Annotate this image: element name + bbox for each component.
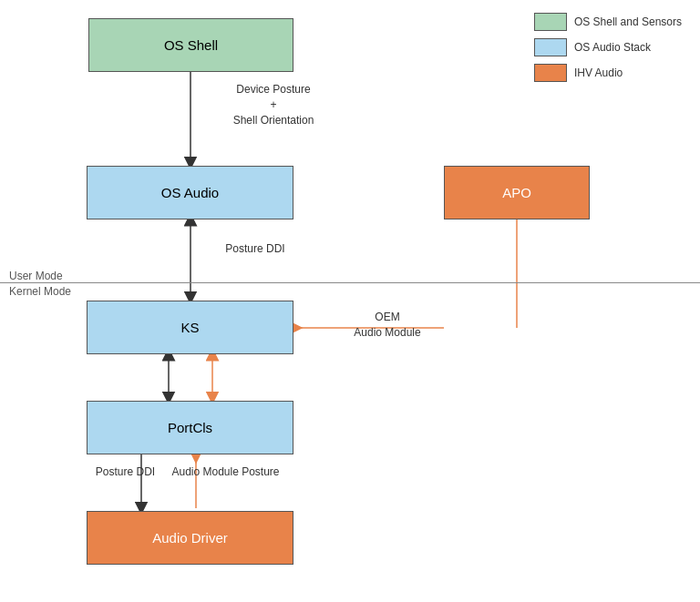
legend-label-ihv-audio: IHV Audio	[574, 66, 623, 79]
mode-divider-line	[0, 282, 700, 283]
ks-label: KS	[180, 320, 199, 335]
legend-color-os-audio	[534, 38, 567, 56]
audio-driver-label: Audio Driver	[152, 530, 228, 546]
device-posture-label: Device Posture+Shell Orientation	[210, 82, 337, 128]
legend: OS Shell and Sensors OS Audio Stack IHV …	[534, 13, 682, 82]
posture-ddi-upper-label: Posture DDI	[205, 241, 305, 257]
user-mode-label: User Mode	[9, 270, 63, 282]
apo-box: APO	[444, 166, 590, 219]
legend-item-os-shell: OS Shell and Sensors	[534, 13, 682, 31]
legend-label-os-audio: OS Audio Stack	[574, 41, 651, 54]
os-audio-label: OS Audio	[161, 185, 219, 200]
kernel-mode-label: Kernel Mode	[9, 285, 71, 298]
os-audio-box: OS Audio	[87, 166, 293, 219]
ks-box: KS	[87, 301, 293, 354]
audio-module-posture-label: Audio Module Posture	[160, 464, 292, 480]
portcls-box: PortCls	[87, 401, 293, 454]
legend-color-ihv-audio	[534, 64, 567, 82]
legend-label-os-shell: OS Shell and Sensors	[574, 15, 682, 28]
legend-color-os-shell	[534, 13, 567, 31]
os-shell-box: OS Shell	[88, 18, 293, 72]
audio-driver-box: Audio Driver	[87, 511, 293, 565]
os-shell-label: OS Shell	[164, 37, 218, 53]
posture-ddi-lower-label: Posture DDI	[91, 464, 160, 480]
oem-audio-module-label: OEMAudio Module	[333, 310, 442, 341]
apo-label: APO	[502, 185, 531, 200]
portcls-label: PortCls	[168, 420, 212, 435]
diagram-container: OS Shell OS Audio KS PortCls Audio Drive…	[0, 0, 700, 602]
legend-item-ihv-audio: IHV Audio	[534, 64, 682, 82]
legend-item-os-audio: OS Audio Stack	[534, 38, 682, 56]
